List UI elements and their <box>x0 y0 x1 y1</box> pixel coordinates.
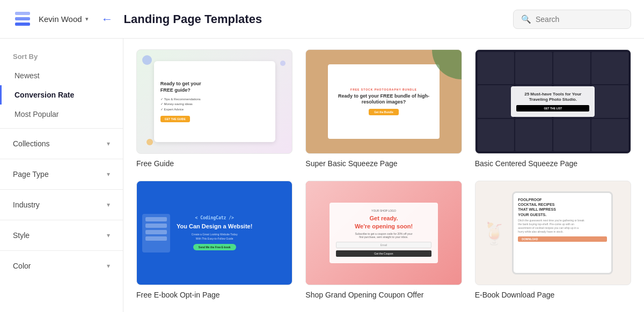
template-thumb-basic-centered-squeeze: 25 Must-have Tools for Your Traveling Ph… <box>475 49 631 154</box>
svg-rect-0 <box>15 12 30 15</box>
sidebar-item-conversion-rate[interactable]: Conversion Rate <box>0 85 123 105</box>
template-card-shop-grand-opening[interactable]: YOUR SHOP LOGO Get ready.We're opening s… <box>305 181 462 299</box>
thumb-inner: YOUR SHOP LOGO Get ready.We're opening s… <box>330 203 438 263</box>
sidebar-divider-5 <box>0 250 123 251</box>
thumb-inner: FREE STOCK PHOTOGRAPHY BUNDLE Ready to g… <box>328 64 440 139</box>
sidebar: Sort By Newest Conversion Rate Most Popu… <box>0 39 123 312</box>
user-menu[interactable]: Kevin Wood ▾ <box>39 14 89 24</box>
sidebar-group-collections[interactable]: Collections ▾ <box>0 133 123 154</box>
sidebar-divider-4 <box>0 220 123 220</box>
decoration: 🍹 <box>481 220 508 246</box>
thumb-inner: FOOLPROOFCOCKTAIL RECIPESTHAT WILL IMPRE… <box>512 191 613 274</box>
thumb-inner: 25 Must-have Tools for Your Traveling Ph… <box>511 86 595 117</box>
template-card-basic-centered-squeeze[interactable]: 25 Must-have Tools for Your Traveling Ph… <box>475 49 631 168</box>
sidebar-group-color[interactable]: Color ▾ <box>0 255 123 277</box>
sidebar-divider-3 <box>0 189 123 190</box>
template-name: Free Guide <box>136 159 292 168</box>
sidebar-group-industry[interactable]: Industry ▾ <box>0 194 123 216</box>
sidebar-item-most-popular[interactable]: Most Popular <box>0 105 123 124</box>
sidebar-divider-2 <box>0 159 123 159</box>
sidebar-divider-1 <box>0 128 123 129</box>
template-thumb-free-guide: Ready to get yourFREE guide? ✓ Tips & Re… <box>136 49 292 154</box>
decoration <box>142 214 170 252</box>
chevron-down-icon: ▾ <box>107 170 110 178</box>
template-card-free-guide[interactable]: Ready to get yourFREE guide? ✓ Tips & Re… <box>136 49 292 168</box>
user-name: Kevin Wood <box>39 14 82 24</box>
template-content: Ready to get yourFREE guide? ✓ Tips & Re… <box>123 39 644 312</box>
chevron-down-icon: ▾ <box>107 140 110 147</box>
template-name: Free E-book Opt-in Page <box>136 291 292 299</box>
svg-rect-2 <box>15 23 30 26</box>
template-thumb-ebook-download: 🍹 FOOLPROOFCOCKTAIL RECIPESTHAT WILL IMP… <box>475 181 631 285</box>
template-name: Shop Grand Opening Coupon Offer <box>305 291 462 299</box>
decoration <box>280 61 286 66</box>
sidebar-group-page-type[interactable]: Page Type ▾ <box>0 164 123 185</box>
thumb-inner: Ready to get yourFREE guide? ✓ Tips & Re… <box>154 61 275 142</box>
user-chevron-icon: ▾ <box>85 16 89 23</box>
search-box[interactable]: 🔍 <box>513 10 631 29</box>
decoration <box>147 139 153 145</box>
template-card-ebook-download[interactable]: 🍹 FOOLPROOFCOCKTAIL RECIPESTHAT WILL IMP… <box>475 181 631 299</box>
svg-rect-1 <box>15 17 30 20</box>
template-name: Basic Centered Squeeze Page <box>475 159 631 168</box>
decoration <box>142 55 152 65</box>
template-card-super-basic-squeeze[interactable]: FREE STOCK PHOTOGRAPHY BUNDLE Ready to g… <box>305 49 462 168</box>
chevron-down-icon: ▾ <box>107 232 110 239</box>
template-card-free-ebook-optin[interactable]: < CodingCatz /> You Can Design a Website… <box>136 181 292 299</box>
template-name: Super Basic Squeeze Page <box>305 159 462 168</box>
chevron-down-icon: ▾ <box>107 262 110 270</box>
back-button[interactable]: ← <box>101 12 113 26</box>
search-input[interactable] <box>536 15 623 24</box>
template-grid: Ready to get yourFREE guide? ✓ Tips & Re… <box>136 49 631 299</box>
template-thumb-free-ebook-optin: < CodingCatz /> You Can Design a Website… <box>136 181 292 285</box>
search-icon: 🔍 <box>521 14 531 24</box>
page-title: Landing Page Templates <box>124 12 513 26</box>
header: Kevin Wood ▾ ← Landing Page Templates 🔍 <box>0 0 644 39</box>
sidebar-item-newest[interactable]: Newest <box>0 66 123 85</box>
main-layout: Sort By Newest Conversion Rate Most Popu… <box>0 39 644 312</box>
template-thumb-shop-grand-opening: YOUR SHOP LOGO Get ready.We're opening s… <box>305 181 462 285</box>
template-thumb-super-basic-squeeze: FREE STOCK PHOTOGRAPHY BUNDLE Ready to g… <box>305 49 462 154</box>
template-name: E-Book Download Page <box>475 291 631 299</box>
sidebar-group-style[interactable]: Style ▾ <box>0 225 123 246</box>
sort-by-label: Sort By <box>0 49 123 66</box>
chevron-down-icon: ▾ <box>107 201 110 209</box>
app-logo <box>13 10 32 29</box>
